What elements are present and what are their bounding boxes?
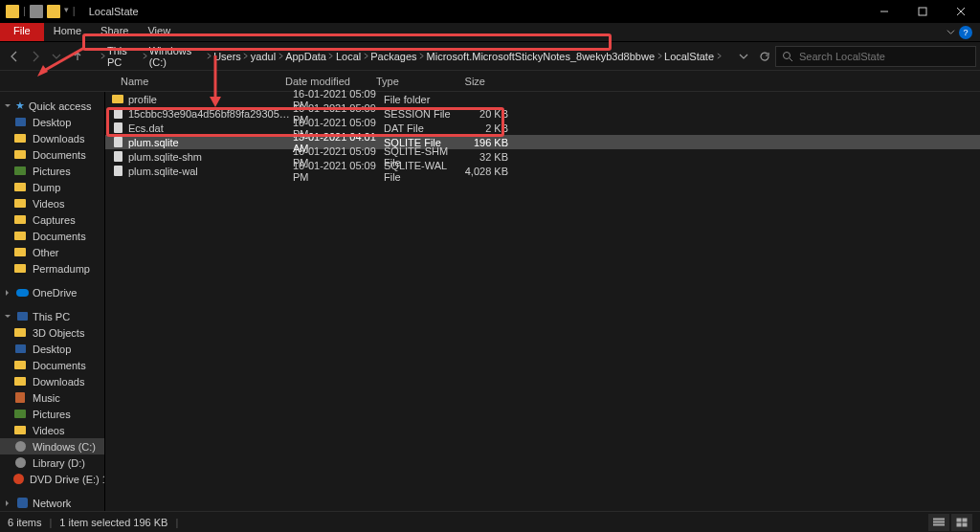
table-row[interactable]: Ecs.dat16-01-2021 05:09 PMDAT File2 KB (105, 121, 980, 135)
window-title: LocalState (81, 6, 139, 17)
svg-rect-12 (963, 523, 967, 526)
nav-up-button[interactable] (67, 46, 88, 67)
breadcrumb-item[interactable]: Windows (C:) (149, 45, 214, 68)
svg-point-4 (784, 52, 791, 58)
sidebar-item[interactable]: Pictures (0, 163, 104, 179)
breadcrumb-item[interactable]: yadul (251, 51, 285, 62)
sidebar-item[interactable]: Downloads (0, 130, 104, 146)
search-icon (782, 51, 793, 62)
breadcrumb-item[interactable]: Packages (370, 51, 426, 62)
tab-view[interactable]: View (138, 23, 180, 41)
qat-icon[interactable] (47, 5, 60, 18)
column-date[interactable]: Date modified (278, 76, 368, 87)
sidebar-quick-access[interactable]: ★Quick access (0, 98, 104, 114)
svg-rect-10 (963, 519, 967, 521)
sidebar-item[interactable]: Permadump (0, 260, 104, 277)
maximize-button[interactable] (903, 0, 942, 23)
navigation-bar: This PCWindows (C:)UsersyadulAppDataLoca… (0, 42, 980, 71)
chevron-down-icon[interactable] (947, 28, 955, 36)
sidebar-item[interactable]: DVD Drive (E:) 16.0. (0, 471, 104, 487)
column-type[interactable]: Type (368, 76, 445, 87)
svg-rect-8 (933, 524, 945, 525)
view-icons-button[interactable] (951, 514, 972, 531)
breadcrumb-item[interactable]: Local (336, 51, 370, 62)
table-row[interactable]: plum.sqlite-wal16-01-2021 05:09 PMSQLITE… (105, 164, 980, 178)
sidebar-item[interactable]: Pictures (0, 406, 104, 422)
svg-line-5 (790, 58, 792, 61)
column-name[interactable]: Name (113, 76, 278, 87)
status-bar: 6 items | 1 item selected 196 KB | (0, 511, 980, 532)
sidebar-this-pc[interactable]: This PC (0, 308, 104, 324)
table-row[interactable]: profile16-01-2021 05:09 PMFile folder (105, 92, 980, 106)
svg-rect-1 (919, 8, 926, 15)
close-button[interactable] (942, 0, 980, 23)
qat-icon[interactable] (30, 5, 43, 18)
sidebar-item[interactable]: Music (0, 389, 104, 406)
status-count: 6 items (8, 517, 41, 528)
table-row[interactable]: 15cbbc93e90a4d56bf89fa29305b8981.st…16-0… (105, 106, 980, 121)
navigation-pane: ★Quick access DesktopDownloadsDocumentsP… (0, 92, 105, 528)
nav-back-button[interactable] (4, 46, 25, 67)
sidebar-item[interactable]: Windows (C:) (0, 438, 104, 454)
tab-home[interactable]: Home (44, 23, 91, 41)
sidebar-item[interactable]: Desktop (0, 341, 104, 357)
ribbon-tabs: File Home Share View ? (0, 23, 980, 42)
sidebar-onedrive[interactable]: OneDrive (0, 284, 104, 300)
breadcrumb-item[interactable]: AppData (285, 51, 336, 62)
sidebar-item[interactable]: Dump (0, 179, 104, 195)
file-list: profile16-01-2021 05:09 PMFile folder15c… (105, 92, 980, 528)
sidebar-item[interactable]: Videos (0, 422, 104, 438)
svg-rect-11 (957, 523, 961, 526)
refresh-button[interactable] (754, 46, 775, 67)
view-details-button[interactable] (928, 514, 949, 531)
sidebar-item[interactable]: Library (D:) (0, 454, 104, 471)
table-row[interactable]: plum.sqlite-shm16-01-2021 05:09 PMSQLITE… (105, 149, 980, 164)
breadcrumb[interactable]: This PCWindows (C:)UsersyadulAppDataLoca… (92, 46, 729, 67)
sidebar-item[interactable]: Downloads (0, 373, 104, 389)
breadcrumb-item[interactable]: LocalState (664, 51, 724, 62)
sidebar-item[interactable]: 3D Objects (0, 324, 104, 341)
sidebar-item[interactable]: Desktop (0, 114, 104, 130)
search-input[interactable] (775, 46, 976, 67)
sidebar-item[interactable]: Captures (0, 211, 104, 228)
breadcrumb-item[interactable]: This PC (107, 45, 149, 68)
sidebar-network[interactable]: Network (0, 495, 104, 511)
sidebar-item[interactable]: Videos (0, 195, 104, 211)
title-bar: | ▾ | LocalState (0, 0, 980, 23)
breadcrumb-prev-dropdown[interactable] (733, 46, 754, 67)
breadcrumb-item[interactable]: Users (213, 51, 251, 62)
breadcrumb-item[interactable]: Microsoft.MicrosoftStickyNotes_8wekyb3d8… (427, 51, 664, 62)
help-button[interactable]: ? (959, 26, 972, 39)
table-row[interactable]: plum.sqlite13-01-2021 04:01 AMSQLITE Fil… (105, 135, 980, 149)
tab-file[interactable]: File (0, 23, 44, 41)
svg-rect-6 (933, 519, 945, 520)
nav-forward-button[interactable] (25, 46, 46, 67)
folder-icon (6, 5, 19, 18)
column-size[interactable]: Size (445, 76, 493, 87)
search-field[interactable] (799, 51, 969, 62)
sidebar-item[interactable]: Documents (0, 228, 104, 244)
tab-share[interactable]: Share (91, 23, 138, 41)
svg-rect-7 (933, 521, 945, 522)
minimize-button[interactable] (865, 0, 903, 23)
sidebar-item[interactable]: Documents (0, 357, 104, 373)
sidebar-item[interactable]: Documents (0, 146, 104, 163)
sidebar-item[interactable]: Other (0, 244, 104, 260)
column-headers: Name Date modified Type Size (0, 71, 980, 92)
nav-recent-dropdown[interactable] (46, 46, 67, 67)
status-selected: 1 item selected 196 KB (59, 517, 167, 528)
svg-rect-9 (957, 519, 961, 521)
